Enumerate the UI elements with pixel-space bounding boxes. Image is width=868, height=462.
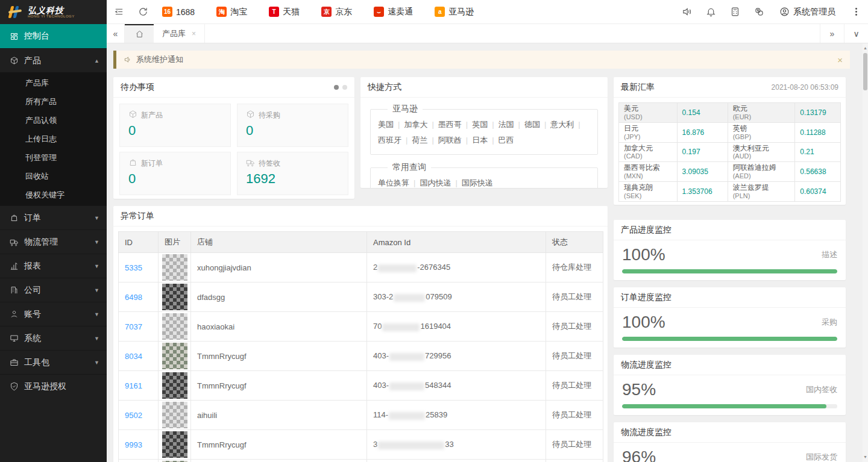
order-id-link[interactable]: 5335 (125, 263, 142, 272)
marketplace-link[interactable]: T 天猫 (269, 7, 300, 17)
shortcut-link[interactable]: 美国 (378, 120, 394, 129)
chevron-icon: ▼ (94, 215, 99, 221)
todo-tile[interactable]: 待采购 0 (237, 104, 348, 147)
notice-close-icon[interactable]: × (837, 55, 843, 65)
sidebar-group-1[interactable]: 订单 ▼ (0, 205, 107, 229)
tabs-scroll-right-button[interactable]: » (820, 24, 844, 43)
sidebar-subitem[interactable]: 产品库 (0, 73, 107, 92)
top-header: 16 1688 淘 淘宝 T 天猫 京 京东 ⌣ 速卖通 a 亚马逊 系统管理员 (107, 0, 868, 24)
product-thumbnail (162, 254, 187, 281)
tab-product-library[interactable]: 产品库 × (154, 24, 205, 43)
shop-name: xuhongjiajvdian (191, 253, 367, 283)
shortcut-link[interactable]: 日本 (472, 136, 488, 145)
amazon-id: 701619404 (367, 312, 546, 342)
more-menu-icon[interactable] (844, 0, 868, 24)
sidebar-group-7[interactable]: 工具包 ▼ (0, 350, 107, 374)
shortcut-link[interactable]: 法国 (498, 120, 514, 129)
shop-name: haoxiaokai (191, 312, 367, 342)
marketplace-link[interactable]: a 亚马逊 (435, 7, 474, 17)
calculator-icon[interactable] (723, 0, 747, 24)
brand-mark-icon (8, 5, 23, 19)
marketplace-icon: ⌣ (374, 7, 384, 17)
order-id-link[interactable]: 6498 (125, 293, 142, 302)
order-id-link[interactable]: 9993 (125, 440, 142, 449)
scrollbar-up-arrow[interactable]: ▲ (863, 45, 868, 52)
sidebar-group-0[interactable]: 产品 ▲ (0, 48, 107, 72)
sidebar-group-8[interactable]: 亚马逊授权 (0, 374, 107, 398)
monitor-label: 采购 (822, 317, 837, 328)
marketplace-link[interactable]: 京 京东 (321, 7, 352, 17)
tabs-scroll-left-button[interactable]: « (107, 24, 125, 43)
sidebar-group-5[interactable]: 账号 ▼ (0, 302, 107, 326)
order-id-link[interactable]: 9161 (125, 381, 142, 390)
progress-bar-track (622, 269, 837, 273)
announcement-icon[interactable] (675, 0, 699, 24)
rates-title: 最新汇率 (621, 82, 655, 93)
currency-cell: 澳大利亚元(AUD) (728, 142, 795, 162)
shortcut-groups: 亚马逊 美国|加拿大|墨西哥|英国|法国|德国|意大利|西班牙|荷兰|阿联酋|日… (360, 98, 608, 188)
shortcut-link[interactable]: 国际快递 (462, 178, 493, 187)
sidebar-item-console[interactable]: 控制台 (0, 24, 107, 48)
brand-logo: 弘义科技 HONG YI TECHNOLOGY (0, 0, 107, 24)
refresh-icon[interactable] (131, 0, 155, 24)
currency-exchange-icon[interactable] (747, 0, 771, 24)
rate-value-cell: 0.11288 (795, 122, 841, 142)
shortcut-link[interactable]: 荷兰 (412, 136, 427, 145)
order-id-link[interactable]: 7037 (125, 322, 142, 331)
sidebar-group-2[interactable]: 物流管理 ▼ (0, 229, 107, 254)
monitor-percent: 100% (622, 313, 665, 332)
currency-cell: 加拿大元(CAD) (619, 142, 678, 162)
currency-cell: 波兰兹罗提(PLN) (728, 182, 795, 202)
user-menu[interactable]: 系统管理员 (771, 7, 844, 17)
bell-icon[interactable] (699, 0, 723, 24)
content-scrollbar[interactable]: ▲ ▼ (863, 43, 868, 462)
collapse-sidebar-icon[interactable] (107, 0, 131, 24)
marketplace-link[interactable]: 淘 淘宝 (216, 7, 247, 17)
carousel-dot[interactable] (342, 85, 347, 90)
tabs-menu-button[interactable]: ∨ (844, 24, 868, 43)
shortcut-link[interactable]: 巴西 (498, 136, 514, 145)
marketplace-icon: T (269, 7, 279, 17)
monitor-label: 国内签收 (806, 384, 837, 395)
shortcut-link[interactable]: 墨西哥 (438, 120, 462, 129)
orders-column-header: 店铺 (191, 232, 367, 253)
progress-bar-track (622, 404, 837, 408)
sidebar-subitem[interactable]: 产品认领 (0, 111, 107, 130)
amazon-id: 403-548344 (367, 371, 546, 401)
shortcut-link[interactable]: 阿联酋 (438, 136, 462, 145)
shortcut-link[interactable]: 国内快递 (420, 178, 451, 187)
order-id-link[interactable]: 8034 (125, 352, 142, 361)
shortcut-link[interactable]: 西班牙 (378, 136, 401, 145)
marketplace-link[interactable]: ⌣ 速卖通 (374, 7, 413, 17)
sidebar-subitem[interactable]: 上传日志 (0, 130, 107, 148)
order-id-link[interactable]: 9502 (125, 411, 142, 420)
todo-value: 0 (246, 123, 339, 139)
sidebar-subitem[interactable]: 回收站 (0, 167, 107, 186)
shortcut-link[interactable]: 意大利 (550, 120, 574, 129)
sidebar-group-4[interactable]: 公司 ▼ (0, 278, 107, 302)
sidebar-subitem[interactable]: 刊登管理 (0, 148, 107, 167)
tab-home[interactable] (125, 24, 154, 43)
marketplace-link[interactable]: 16 1688 (162, 7, 195, 17)
scrollbar-thumb[interactable] (863, 53, 867, 90)
shortcut-link[interactable]: 加拿大 (404, 120, 427, 129)
tab-close-icon[interactable]: × (192, 30, 196, 38)
carousel-dot-active[interactable] (334, 85, 339, 90)
shortcut-link[interactable]: 德国 (524, 120, 540, 129)
rate-value-cell: 1.353706 (677, 182, 728, 202)
shop-name: TmmnRrycugf (191, 371, 367, 401)
orders-tbody: 5335xuhongjiajvdian2-2676345待仓库处理6498dfa… (119, 253, 603, 462)
avatar-icon (779, 7, 790, 17)
todo-tile[interactable]: 待签收 1692 (237, 152, 348, 195)
shortcut-link[interactable]: 英国 (472, 120, 488, 129)
todo-tile[interactable]: 新订单 0 (119, 152, 231, 195)
rate-value-cell: 3.09035 (677, 162, 728, 182)
sidebar-group-6[interactable]: 系统 ▼ (0, 326, 107, 350)
sidebar-group-3[interactable]: 报表 ▼ (0, 254, 107, 278)
sidebar-subitem[interactable]: 侵权关键字 (0, 186, 107, 204)
truck-icon (246, 158, 255, 169)
sidebar-subitem[interactable]: 所有产品 (0, 92, 107, 111)
scrollbar-down-arrow[interactable]: ▼ (863, 454, 868, 461)
shortcut-link[interactable]: 单位换算 (378, 178, 409, 187)
todo-tile[interactable]: 新产品 0 (119, 104, 231, 147)
